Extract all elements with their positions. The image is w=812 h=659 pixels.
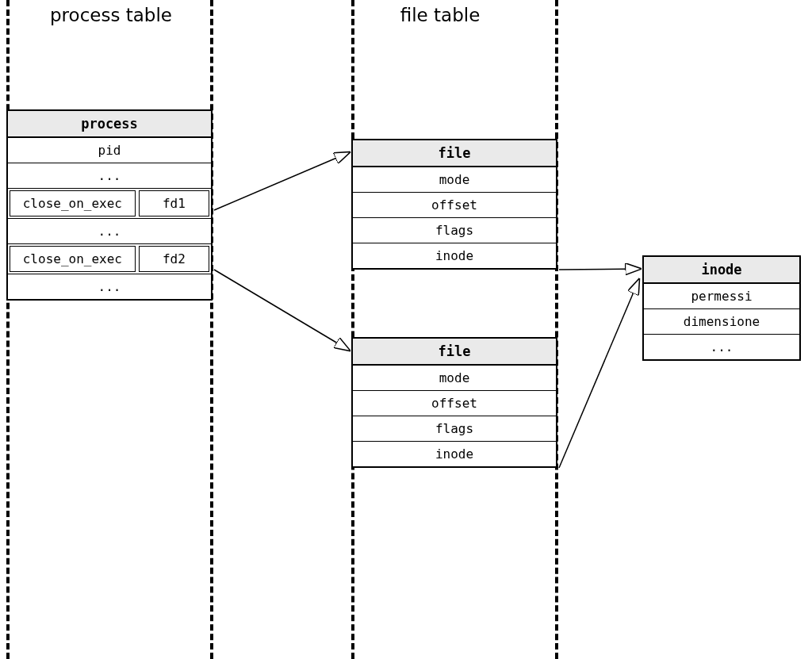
arrow-fd1-to-file1 <box>214 152 350 210</box>
dashed-line <box>555 0 558 659</box>
inode-row-perms: permessi <box>644 284 799 309</box>
process-row-fd1: close_on_exec fd1 <box>8 189 211 219</box>
file-row-inode: inode <box>353 243 556 268</box>
dashed-line <box>210 0 213 659</box>
process-row-dots: ... <box>8 274 211 299</box>
dashed-line <box>6 0 10 659</box>
fd1-cell: fd1 <box>139 190 209 216</box>
file-row-flags: flags <box>353 416 556 442</box>
file-row-mode: mode <box>353 167 556 193</box>
inode-box: inode permessi dimensione ... <box>642 255 801 361</box>
file-row-inode: inode <box>353 442 556 466</box>
file-box-2: file mode offset flags inode <box>351 337 557 468</box>
close-on-exec-cell: close_on_exec <box>10 190 136 216</box>
inode-row-size: dimensione <box>644 309 799 335</box>
file-header: file <box>353 140 556 167</box>
process-header: process <box>8 111 211 138</box>
process-row-dots: ... <box>8 219 211 244</box>
inode-row-dots: ... <box>644 335 799 359</box>
close-on-exec-cell: close_on_exec <box>10 246 136 272</box>
process-row-pid: pid <box>8 138 211 163</box>
fd2-cell: fd2 <box>139 246 209 272</box>
section-title-process: process table <box>40 5 182 25</box>
file-row-flags: flags <box>353 218 556 243</box>
file-box-1: file mode offset flags inode <box>351 139 557 270</box>
section-title-file: file table <box>389 5 492 25</box>
process-box: process pid ... close_on_exec fd1 ... cl… <box>6 109 213 301</box>
arrow-fd2-to-file2 <box>214 270 350 351</box>
file-header: file <box>353 339 556 366</box>
process-row-fd2: close_on_exec fd2 <box>8 244 211 274</box>
file-row-offset: offset <box>353 193 556 218</box>
process-row-dots: ... <box>8 163 211 189</box>
arrow-file2-to-inode <box>559 279 639 468</box>
file-row-offset: offset <box>353 391 556 416</box>
arrow-file1-to-inode <box>559 269 641 270</box>
file-row-mode: mode <box>353 366 556 391</box>
inode-header: inode <box>644 257 799 284</box>
dashed-line <box>351 0 354 659</box>
